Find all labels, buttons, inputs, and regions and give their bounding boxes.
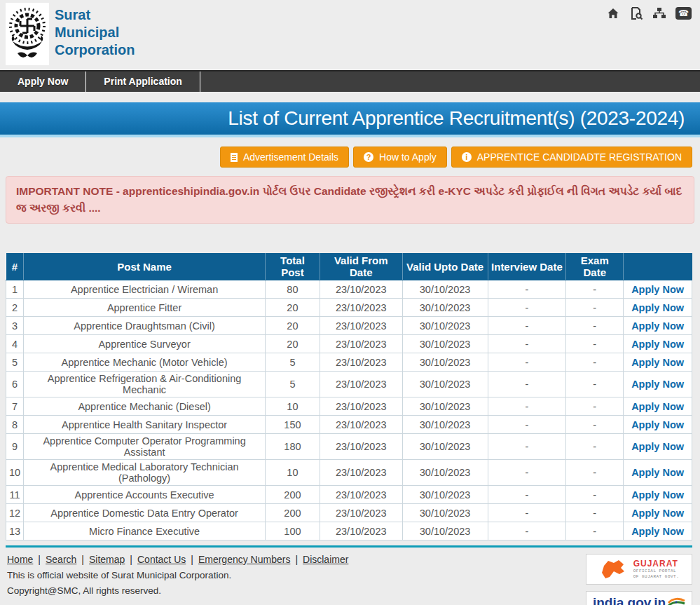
action-buttons: Advertisement Details?How to ApplyiAPPRE… bbox=[0, 147, 692, 168]
smc-emblem-icon bbox=[8, 5, 47, 64]
apply-cell: Apply Now bbox=[624, 486, 692, 504]
recruitment-table: #Post NameTotal PostValid From DateValid… bbox=[6, 253, 692, 541]
page-title: List of Current Apprentice Recruitment(s… bbox=[228, 107, 685, 130]
apply-cell: Apply Now bbox=[624, 504, 692, 522]
apply-now-link[interactable]: Apply Now bbox=[631, 467, 684, 478]
interview-date-cell: - bbox=[488, 434, 566, 460]
apply-now-link[interactable]: Apply Now bbox=[631, 284, 684, 295]
apply-now-link[interactable]: Apply Now bbox=[631, 508, 684, 519]
valid-upto-cell: 30/10/2023 bbox=[402, 397, 488, 416]
table-row: 9Apprentice Computer Operator Programmin… bbox=[6, 434, 692, 460]
question-circle-icon: ? bbox=[364, 152, 373, 162]
row-number: 11 bbox=[6, 486, 24, 504]
india-logo-title-text: india.gov.in bbox=[593, 596, 666, 605]
document-search-icon[interactable] bbox=[629, 6, 643, 20]
column-header-interview-date: Interview Date bbox=[488, 253, 566, 280]
valid-upto-cell: 30/10/2023 bbox=[402, 353, 488, 372]
column-header-total-post: Total Post bbox=[266, 253, 320, 280]
footer-link-disclaimer[interactable]: Disclaimer bbox=[303, 554, 348, 565]
how-to-apply-button[interactable]: ?How to Apply bbox=[353, 147, 447, 168]
apply-now-link[interactable]: Apply Now bbox=[631, 441, 684, 452]
valid-upto-cell: 30/10/2023 bbox=[402, 317, 488, 335]
row-number: 3 bbox=[6, 317, 24, 335]
post-name-cell: Micro Finance Executive bbox=[24, 522, 266, 541]
apply-cell: Apply Now bbox=[624, 280, 692, 299]
nav-item-print-application[interactable]: Print Application bbox=[86, 72, 200, 92]
header-icons: ☎ bbox=[606, 6, 692, 20]
valid-upto-cell: 30/10/2023 bbox=[402, 434, 488, 460]
interview-date-cell: - bbox=[488, 397, 566, 416]
total-post-cell: 200 bbox=[266, 486, 320, 504]
apply-now-link[interactable]: Apply Now bbox=[631, 379, 684, 390]
valid-upto-cell: 30/10/2023 bbox=[402, 504, 488, 522]
page-banner: List of Current Apprentice Recruitment(s… bbox=[0, 102, 700, 137]
column-header-exam-date: Exam Date bbox=[566, 253, 624, 280]
apply-now-link[interactable]: Apply Now bbox=[631, 526, 684, 537]
valid-from-cell: 23/10/2023 bbox=[320, 486, 402, 504]
valid-upto-cell: 30/10/2023 bbox=[402, 460, 488, 486]
button-label: How to Apply bbox=[379, 151, 437, 163]
gujarat-logo-subtitle1: OFFICIAL PORTAL bbox=[633, 569, 680, 574]
footer-link-emergency-numbers[interactable]: Emergency Numbers bbox=[198, 554, 291, 565]
valid-upto-cell: 30/10/2023 bbox=[402, 486, 488, 504]
interview-date-cell: - bbox=[488, 372, 566, 397]
recruitment-table-wrap: #Post NameTotal PostValid From DateValid… bbox=[6, 253, 692, 541]
valid-from-cell: 23/10/2023 bbox=[320, 372, 402, 397]
apply-cell: Apply Now bbox=[624, 317, 692, 335]
apply-now-link[interactable]: Apply Now bbox=[631, 339, 684, 350]
row-number: 8 bbox=[6, 416, 24, 434]
apply-cell: Apply Now bbox=[624, 522, 692, 541]
india-gov-logo[interactable]: india.gov.in The national portal of Indi… bbox=[586, 591, 692, 605]
table-row: 5Apprentice Mechanic (Motor Vehicle)523/… bbox=[6, 353, 692, 372]
exam-date-cell: - bbox=[566, 522, 624, 541]
column-header-blank bbox=[624, 253, 692, 280]
footer-link-separator: | bbox=[191, 554, 193, 565]
exam-date-cell: - bbox=[566, 397, 624, 416]
row-number: 1 bbox=[6, 280, 24, 299]
nav-item-apply-now[interactable]: Apply Now bbox=[0, 72, 86, 92]
apply-now-link[interactable]: Apply Now bbox=[631, 357, 684, 368]
total-post-cell: 20 bbox=[266, 317, 320, 335]
row-number: 5 bbox=[6, 353, 24, 372]
advertisement-details-button[interactable]: Advertisement Details bbox=[220, 147, 349, 168]
phone-icon[interactable]: ☎ bbox=[675, 7, 692, 20]
footer-link-search[interactable]: Search bbox=[46, 554, 76, 565]
post-name-cell: Apprentice Health Sanitary Inspector bbox=[24, 416, 266, 434]
valid-from-cell: 23/10/2023 bbox=[320, 280, 402, 299]
table-header-row: #Post NameTotal PostValid From DateValid… bbox=[6, 253, 692, 280]
table-row: 8Apprentice Health Sanitary Inspector150… bbox=[6, 416, 692, 434]
india-logo-text: india.gov.in The national portal of Indi… bbox=[593, 596, 685, 605]
valid-from-cell: 23/10/2023 bbox=[320, 317, 402, 335]
gujarat-logo-text: GUJARAT OFFICIAL PORTAL OF GUJARAT GOVT. bbox=[633, 559, 680, 580]
footer-link-separator: | bbox=[130, 554, 132, 565]
valid-from-cell: 23/10/2023 bbox=[320, 299, 402, 317]
apply-now-link[interactable]: Apply Now bbox=[631, 419, 684, 430]
org-name: Surat Municipal Corporation bbox=[55, 6, 135, 59]
exam-date-cell: - bbox=[566, 504, 624, 522]
gujarat-portal-logo[interactable]: GUJARAT OFFICIAL PORTAL OF GUJARAT GOVT. bbox=[586, 554, 692, 585]
site-footer: Home|Search|Sitemap|Contact Us|Emergency… bbox=[0, 548, 700, 605]
row-number: 12 bbox=[6, 504, 24, 522]
footer-link-sitemap[interactable]: Sitemap bbox=[89, 554, 125, 565]
valid-upto-cell: 30/10/2023 bbox=[402, 372, 488, 397]
sitemap-icon[interactable] bbox=[652, 6, 666, 20]
site-header: Surat Municipal Corporation ☎ bbox=[0, 0, 700, 68]
footer-link-contact-us[interactable]: Contact Us bbox=[137, 554, 186, 565]
valid-from-cell: 23/10/2023 bbox=[320, 504, 402, 522]
total-post-cell: 20 bbox=[266, 335, 320, 353]
interview-date-cell: - bbox=[488, 522, 566, 541]
document-icon bbox=[231, 153, 238, 162]
apply-now-link[interactable]: Apply Now bbox=[631, 302, 684, 313]
apprentice-candidadte-registration-button[interactable]: iAPPRENTICE CANDIDADTE REGISTRATION bbox=[451, 147, 692, 168]
footer-link-home[interactable]: Home bbox=[7, 554, 33, 565]
home-icon[interactable] bbox=[606, 6, 620, 20]
total-post-cell: 5 bbox=[266, 372, 320, 397]
apply-now-link[interactable]: Apply Now bbox=[631, 320, 684, 332]
important-note: IMPORTANT NOTE - apprenticeshipindia.gov… bbox=[6, 176, 694, 224]
table-row: 3Apprentice Draughtsman (Civil)2023/10/2… bbox=[6, 317, 692, 335]
table-row: 1Apprentice Electrician / Wireman8023/10… bbox=[6, 280, 692, 299]
apply-now-link[interactable]: Apply Now bbox=[631, 489, 684, 501]
gujarat-logo-subtitle2: OF GUJARAT GOVT. bbox=[633, 574, 680, 580]
footer-official-text: This is official website of Surat Munici… bbox=[7, 570, 348, 580]
apply-now-link[interactable]: Apply Now bbox=[631, 401, 684, 412]
